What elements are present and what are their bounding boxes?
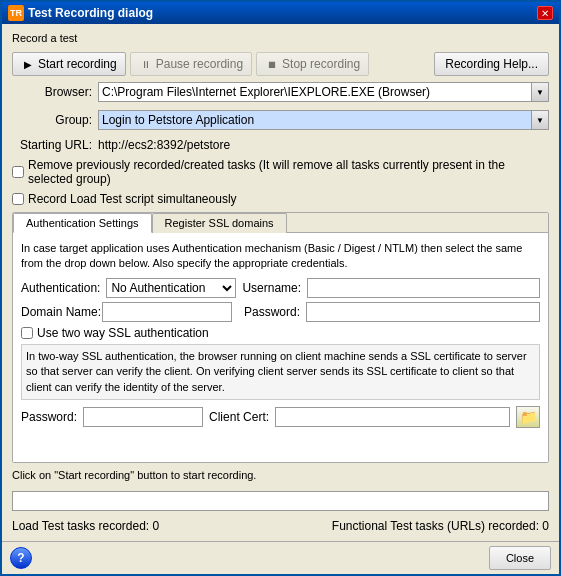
username-input[interactable] (307, 278, 540, 298)
bottom-bar: ? Close (2, 541, 559, 574)
tab-content-auth: In case target application uses Authenti… (13, 233, 548, 462)
password-input[interactable] (306, 302, 540, 322)
authentication-label: Authentication: (21, 281, 100, 295)
recording-help-button[interactable]: Recording Help... (434, 52, 549, 76)
domain-input[interactable] (102, 302, 232, 322)
main-content: Record a test ▶ Start recording ⏸ Pause … (2, 24, 559, 541)
load-tasks-label: Load Test tasks recorded: 0 (12, 519, 159, 533)
password-label: Password: (244, 305, 300, 319)
tabs-header: Authentication Settings Register SSL dom… (13, 213, 548, 233)
ssl-info-text: In two-way SSL authentication, the brows… (21, 344, 540, 400)
browser-row: Browser: ▼ (12, 82, 549, 102)
group-combo: ▼ (98, 110, 549, 130)
browser-dropdown-arrow[interactable]: ▼ (531, 82, 549, 102)
group-row: Group: ▼ (12, 110, 549, 130)
window-title: Test Recording dialog (28, 6, 153, 20)
remove-tasks-label: Remove previously recorded/created tasks… (28, 158, 549, 186)
remove-tasks-checkbox[interactable] (12, 166, 24, 178)
browser-label: Browser: (12, 85, 92, 99)
url-value: http://ecs2:8392/petstore (98, 138, 549, 152)
status-bar (12, 491, 549, 511)
functional-tasks-label: Functional Test tasks (URLs) recorded: 0 (332, 519, 549, 533)
client-cert-input[interactable] (275, 407, 510, 427)
remove-tasks-row: Remove previously recorded/created tasks… (12, 158, 549, 186)
cert-browse-button[interactable]: 📁 (516, 406, 540, 428)
start-recording-button[interactable]: ▶ Start recording (12, 52, 126, 76)
pause-icon: ⏸ (139, 57, 153, 71)
authentication-select[interactable]: No Authentication Basic Digest NTLM (106, 278, 236, 298)
ssl-password-row: Password: Client Cert: 📁 (21, 406, 540, 428)
group-label: Group: (12, 113, 92, 127)
ssl-password-label: Password: (21, 410, 77, 424)
domain-name-label: Domain Name: (21, 305, 96, 319)
ssl-password-input[interactable] (83, 407, 203, 427)
pause-recording-button[interactable]: ⏸ Pause recording (130, 52, 252, 76)
title-close-button[interactable]: ✕ (537, 6, 553, 20)
client-cert-label: Client Cert: (209, 410, 269, 424)
tab-register-ssl[interactable]: Register SSL domains (152, 213, 287, 233)
group-input[interactable] (98, 110, 549, 130)
tabs-container: Authentication Settings Register SSL dom… (12, 212, 549, 463)
stop-recording-label: Stop recording (282, 57, 360, 71)
two-way-ssl-checkbox[interactable] (21, 327, 33, 339)
record-load-test-label: Record Load Test script simultaneously (28, 192, 237, 206)
url-label: Starting URL: (12, 138, 92, 152)
title-bar-left: TR Test Recording dialog (8, 5, 153, 21)
click-hint: Click on "Start recording" button to sta… (12, 469, 549, 481)
task-counts-row: Load Test tasks recorded: 0 Functional T… (12, 519, 549, 533)
browser-combo: ▼ (98, 82, 549, 102)
two-way-ssl-label: Use two way SSL authentication (37, 326, 209, 340)
start-recording-label: Start recording (38, 57, 117, 71)
toolbar: ▶ Start recording ⏸ Pause recording ⏹ St… (12, 52, 549, 76)
main-window: TR Test Recording dialog ✕ Record a test… (0, 0, 561, 576)
stop-icon: ⏹ (265, 57, 279, 71)
pause-recording-label: Pause recording (156, 57, 243, 71)
url-row: Starting URL: http://ecs2:8392/petstore (12, 138, 549, 152)
help-label: Recording Help... (445, 57, 538, 71)
help-button[interactable]: ? (10, 547, 32, 569)
record-load-test-checkbox[interactable] (12, 193, 24, 205)
tab-auth-settings[interactable]: Authentication Settings (13, 213, 152, 233)
auth-info-text: In case target application uses Authenti… (21, 241, 540, 272)
record-load-test-row: Record Load Test script simultaneously (12, 192, 549, 206)
browser-input[interactable] (98, 82, 549, 102)
username-label: Username: (242, 281, 301, 295)
start-icon: ▶ (21, 57, 35, 71)
close-button[interactable]: Close (489, 546, 551, 570)
group-dropdown-arrow[interactable]: ▼ (531, 110, 549, 130)
record-section-label: Record a test (12, 32, 549, 44)
window-icon: TR (8, 5, 24, 21)
title-bar: TR Test Recording dialog ✕ (2, 2, 559, 24)
stop-recording-button[interactable]: ⏹ Stop recording (256, 52, 369, 76)
two-way-ssl-row: Use two way SSL authentication (21, 326, 540, 340)
